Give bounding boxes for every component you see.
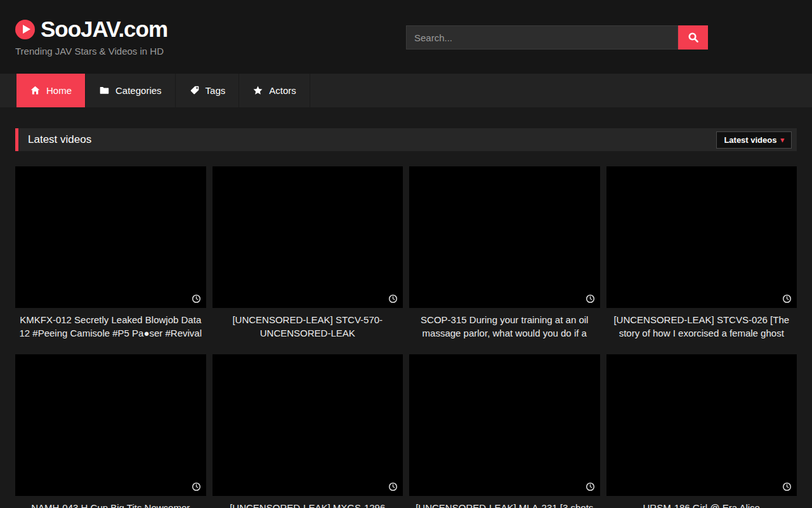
clock-icon	[586, 482, 595, 491]
magnifier-icon	[688, 32, 699, 43]
nav-item-home[interactable]: Home	[16, 74, 86, 107]
video-thumbnail[interactable]	[409, 166, 600, 308]
nav-label: Actors	[269, 85, 296, 96]
sort-dropdown-button[interactable]: Latest videos ▾	[716, 131, 792, 149]
video-thumbnail[interactable]	[213, 166, 403, 308]
main-nav: Home Categories Tags Actors	[0, 74, 812, 107]
section-header: Latest videos Latest videos ▾	[15, 128, 797, 151]
video-title[interactable]: [UNCENSORED-LEAK] STCV-570-UNCENSORED-LE…	[215, 314, 401, 340]
video-title[interactable]: [UNCENSORED-LEAK] MXGS-1296 Absolutely	[215, 502, 401, 508]
clock-icon	[586, 294, 595, 304]
star-icon	[252, 85, 263, 96]
video-title[interactable]: KMKFX-012 Secretly Leaked Blowjob Data 1…	[18, 314, 204, 340]
site-logo[interactable]: SooJAV.com	[15, 17, 167, 42]
section-title: Latest videos	[28, 133, 91, 146]
video-card: [UNCENSORED-LEAK] STCV-570-UNCENSORED-LE…	[213, 166, 403, 340]
video-card: [UNCENSORED-LEAK] MLA-231 [3 shots in	[409, 354, 600, 508]
video-title[interactable]: [UNCENSORED-LEAK] STCVS-026 [The story o…	[609, 314, 795, 340]
video-card: [UNCENSORED-LEAK] MXGS-1296 Absolutely	[213, 354, 403, 508]
video-card: NAMH-043 H Cup Big Tits Newcomer (170cm …	[15, 354, 206, 508]
video-thumbnail[interactable]	[409, 354, 600, 496]
clock-icon	[782, 482, 792, 491]
video-thumbnail[interactable]	[213, 354, 403, 496]
video-card: SCOP-315 During your training at an oil …	[409, 166, 600, 340]
nav-item-actors[interactable]: Actors	[239, 74, 310, 107]
clock-icon	[192, 482, 201, 491]
clock-icon	[388, 482, 398, 491]
search-button[interactable]	[678, 25, 708, 50]
clock-icon	[192, 294, 201, 304]
video-card: [UNCENSORED-LEAK] STCVS-026 [The story o…	[606, 166, 797, 340]
site-tagline: Trending JAV Stars & Videos in HD	[15, 46, 164, 57]
clock-icon	[388, 294, 398, 304]
nav-item-tags[interactable]: Tags	[176, 74, 240, 107]
search-input[interactable]	[406, 25, 678, 50]
home-icon	[30, 85, 41, 96]
chevron-down-icon: ▾	[780, 137, 784, 144]
folder-icon	[99, 85, 110, 96]
video-thumbnail[interactable]	[15, 166, 206, 308]
video-title[interactable]: SCOP-315 During your training at an oil …	[412, 314, 598, 340]
video-card: URSM-186 Girl @ Era Alice	[606, 354, 797, 508]
video-title[interactable]: [UNCENSORED-LEAK] MLA-231 [3 shots in	[412, 502, 598, 508]
video-thumbnail[interactable]	[15, 354, 206, 496]
site-header: SooJAV.com Trending JAV Stars & Videos i…	[0, 0, 812, 74]
video-thumbnail[interactable]	[606, 354, 797, 496]
nav-label: Categories	[115, 85, 162, 96]
nav-item-categories[interactable]: Categories	[86, 74, 176, 107]
search-box	[406, 25, 708, 50]
nav-label: Home	[46, 85, 72, 96]
logo-text: SooJAV.com	[41, 17, 167, 42]
nav-label: Tags	[206, 85, 226, 96]
play-icon	[15, 20, 35, 39]
video-title[interactable]: URSM-186 Girl @ Era Alice	[609, 502, 795, 508]
video-title[interactable]: NAMH-043 H Cup Big Tits Newcomer (170cm …	[18, 502, 204, 508]
video-card: KMKFX-012 Secretly Leaked Blowjob Data 1…	[15, 166, 206, 340]
video-thumbnail[interactable]	[606, 166, 797, 308]
tag-icon	[189, 85, 200, 96]
sort-label: Latest videos	[724, 135, 776, 145]
video-grid: KMKFX-012 Secretly Leaked Blowjob Data 1…	[15, 166, 797, 508]
clock-icon	[782, 294, 792, 304]
